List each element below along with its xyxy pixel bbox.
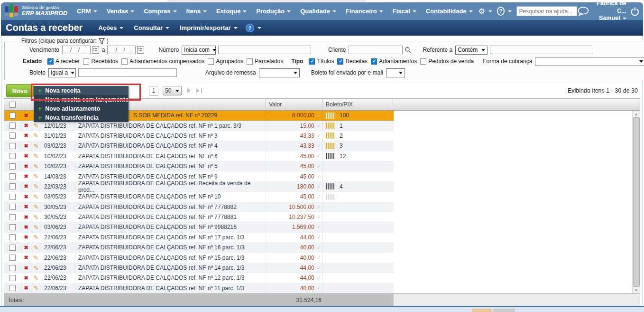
edit-pencil-icon[interactable]: ✎ — [34, 173, 39, 180]
edit-pencil-icon[interactable]: ✎ — [34, 265, 39, 272]
row-description-cell[interactable]: ZAPATA DISTRIBUIDORA DE CALÇADOS ref. NF… — [75, 202, 266, 212]
estado-option-parcelados[interactable]: Parcelados — [247, 58, 283, 65]
row-checkbox[interactable] — [9, 275, 16, 281]
checkbox-checked-icon[interactable] — [371, 58, 377, 65]
nav-menu-contabilidade[interactable]: Contabilidade — [421, 8, 478, 15]
menu-item-novo-adiantamento[interactable]: +Novo adiantamento — [34, 104, 129, 113]
edit-pencil-icon[interactable]: ✎ — [34, 183, 39, 190]
nav-menu-itens[interactable]: Itens — [182, 8, 212, 15]
logout-power-icon[interactable] — [630, 6, 639, 17]
checkbox-checked-icon[interactable] — [337, 58, 343, 65]
tipo-option-pedidos-de-venda[interactable]: Pedidos de venda — [420, 58, 474, 65]
checkbox-checked-icon[interactable] — [309, 58, 315, 65]
checkbox-unchecked-icon[interactable] — [420, 58, 426, 65]
row-description-cell[interactable]: ZAPATA DISTRIBUIDORA DE CALÇADOS ref. NF… — [75, 192, 266, 201]
row-description-cell[interactable]: ZAPATA DISTRIBUIDORA DE CALÇADOS ref. NF… — [75, 273, 266, 283]
delete-x-icon[interactable]: ✖ — [24, 123, 28, 129]
edit-pencil-icon[interactable]: ✎ — [34, 284, 39, 292]
menu-item-nova-receita-com-lan-amento[interactable]: +Nova receita com lançamento — [34, 95, 129, 104]
vencimento-to-input[interactable] — [107, 46, 136, 54]
barcode-icon[interactable] — [326, 132, 335, 139]
row-description-cell[interactable]: ZAPATA DISTRIBUIDORA DE CALÇADOS ref. NF… — [75, 233, 266, 242]
edit-pencil-icon[interactable]: ✎ — [34, 234, 39, 241]
gear-icon[interactable]: ⚙ — [478, 7, 485, 16]
last-page-button[interactable] — [196, 88, 202, 93]
menu-item-nova-receita[interactable]: +Nova receita — [34, 86, 129, 95]
referente-operator-select[interactable]: Contém — [455, 46, 488, 55]
numero-input[interactable] — [218, 46, 311, 54]
row-description-cell[interactable]: ZAPATA DISTRIBUIDORA DE CALÇADOS ref. NF… — [75, 243, 266, 252]
page-help-caret-icon[interactable] — [258, 27, 261, 29]
page-number-button[interactable]: 1 — [149, 86, 158, 96]
edit-pencil-icon[interactable]: ✎ — [34, 152, 39, 160]
edit-pencil-icon[interactable]: ✎ — [34, 244, 39, 251]
page-menu-consultar[interactable]: Consultar — [129, 24, 175, 31]
vencimento-from-input[interactable] — [62, 46, 91, 54]
referente-input[interactable] — [490, 46, 592, 54]
row-description-cell[interactable]: ZAPATA DISTRIBUIDORA DE CALÇADOS ref. Re… — [75, 182, 266, 191]
tipo-option-t-tulos[interactable]: Títulos — [309, 58, 334, 65]
search-icon[interactable] — [405, 47, 411, 53]
delete-x-icon[interactable]: ✖ — [24, 204, 28, 210]
estado-option-a-receber[interactable]: A receber — [47, 58, 80, 65]
calendar-icon[interactable] — [92, 46, 99, 54]
edit-pencil-icon[interactable]: ✎ — [34, 274, 39, 282]
row-checkbox[interactable] — [9, 173, 16, 180]
page-menu-a-es[interactable]: Ações — [93, 24, 129, 31]
delete-x-icon[interactable]: ✖ — [24, 234, 28, 240]
nav-menu-qualidade[interactable]: Qualidade — [295, 8, 341, 15]
estado-option-adiantamentos-compensados[interactable]: Adiantamentos compensados — [121, 58, 204, 65]
barcode-icon[interactable] — [326, 153, 335, 159]
boleto-operator-select[interactable]: Igual a — [48, 68, 76, 77]
gear-caret-icon[interactable] — [488, 10, 492, 12]
nav-menu-fiscal[interactable]: Fiscal — [388, 8, 421, 15]
delete-x-icon[interactable]: ✖ — [24, 153, 28, 159]
nav-menu-estoque[interactable]: Estoque — [212, 8, 251, 15]
page-menu-imprimir-exportar[interactable]: Imprimir/exportar — [175, 24, 243, 31]
chat-icon[interactable] — [577, 5, 589, 18]
edit-pencil-icon[interactable]: ✎ — [34, 163, 39, 170]
row-checkbox[interactable] — [9, 224, 16, 230]
forma-cobranca-select[interactable] — [535, 57, 644, 66]
barcode-icon[interactable] — [326, 113, 335, 119]
filters-legend[interactable]: Filtros (clique para configurar: ) — [19, 38, 111, 44]
row-checkbox[interactable] — [9, 265, 16, 271]
barcode-icon[interactable] — [326, 143, 335, 149]
help-icon[interactable]: ? — [497, 7, 505, 16]
row-checkbox[interactable] — [9, 214, 16, 220]
edit-pencil-icon[interactable]: ✎ — [34, 132, 39, 139]
nav-menu-financeiro[interactable]: Financeiro — [341, 8, 388, 15]
valor-column-header[interactable]: Valor — [266, 99, 323, 110]
row-description-cell[interactable]: ZAPATA DISTRIBUIDORA DE CALÇADOS ref. NF… — [75, 131, 266, 141]
vertical-scrollbar[interactable]: ▲ ▼ — [632, 111, 640, 293]
page-size-select[interactable]: 50 — [163, 86, 182, 95]
barcode-icon[interactable] — [326, 123, 335, 129]
delete-x-icon[interactable]: ✖ — [24, 194, 28, 200]
nav-menu-crm[interactable]: CRM — [72, 8, 102, 15]
scroll-up-icon[interactable]: ▲ — [633, 111, 640, 117]
edit-pencil-icon[interactable]: ✎ — [34, 142, 39, 150]
row-checkbox[interactable] — [9, 285, 16, 291]
tipo-option-adiantamentos[interactable]: Adiantamentos — [371, 58, 417, 65]
row-description-cell[interactable]: ZAPATA DISTRIBUIDORA DE CALÇADOS ref. NF… — [75, 222, 266, 232]
row-checkbox[interactable] — [9, 245, 16, 251]
row-checkbox[interactable] — [9, 123, 16, 129]
row-checkbox[interactable] — [9, 194, 16, 200]
barcode-icon[interactable] — [326, 183, 335, 189]
cliente-input[interactable] — [349, 46, 403, 54]
numero-operator-select[interactable]: Inicia com — [182, 46, 216, 55]
checkbox-checked-icon[interactable] — [47, 58, 54, 65]
delete-x-icon[interactable]: ✖ — [24, 255, 28, 261]
row-checkbox[interactable] — [9, 143, 16, 149]
delete-x-icon[interactable]: ✖ — [24, 183, 28, 189]
row-description-cell[interactable]: ZAPATA DISTRIBUIDORA DE CALÇADOS ref. NF… — [75, 141, 266, 151]
row-checkbox[interactable] — [9, 234, 16, 240]
row-checkbox[interactable] — [9, 183, 16, 189]
calendar-icon[interactable] — [137, 46, 144, 54]
menu-item-nova-transfer-ncia[interactable]: +Nova transferência — [34, 113, 129, 122]
row-checkbox[interactable] — [9, 163, 16, 170]
delete-x-icon[interactable]: ✖ — [24, 143, 28, 149]
remessa-select[interactable] — [259, 68, 300, 77]
delete-x-icon[interactable]: ✖ — [24, 113, 28, 119]
page-help-icon[interactable]: ? — [246, 24, 254, 32]
